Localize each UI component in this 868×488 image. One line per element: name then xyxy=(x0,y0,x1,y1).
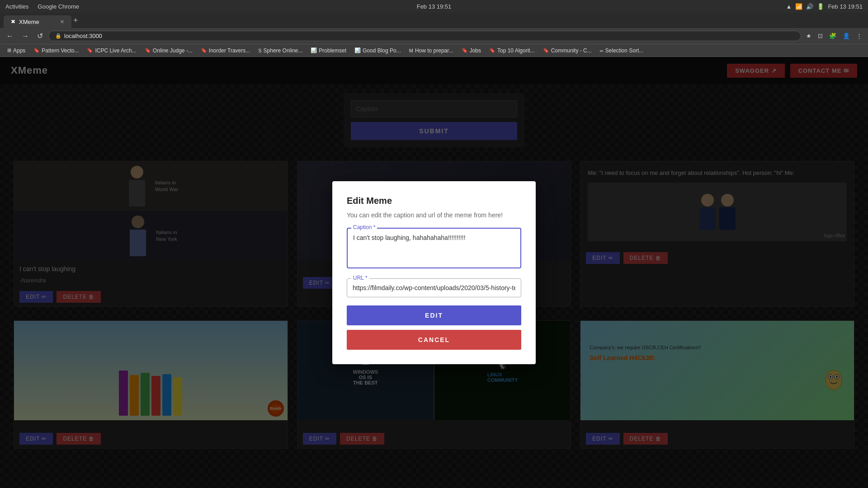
bookmark-6[interactable]: S Sphere Online... xyxy=(255,47,306,55)
url-bar[interactable]: 🔒 localhost:3000 xyxy=(48,31,801,41)
bookmark-13-label: Selection Sort... xyxy=(605,47,644,54)
bookmark-9[interactable]: M How to prepar... xyxy=(406,47,457,55)
bookmark-apps[interactable]: ⊞ Apps xyxy=(4,47,29,55)
menu-button[interactable]: ⋮ xyxy=(854,31,864,41)
bookmark-7-label: Problemset xyxy=(319,47,346,54)
bookmark-icon-9: M xyxy=(409,48,413,53)
battery-icon: 🔋 xyxy=(817,3,824,10)
bookmark-icon-6: S xyxy=(258,48,261,53)
bookmark-11[interactable]: 🔖 Top 10 Algorit... xyxy=(486,47,538,55)
edit-meme-modal: Edit Meme You can edit the caption and u… xyxy=(332,181,536,364)
sound-icon: 🔊 xyxy=(806,3,813,10)
nav-actions: ★ ⊡ 🧩 👤 ⋮ xyxy=(804,31,864,41)
bookmark-icon-3: 🔖 xyxy=(87,47,93,53)
network-icon: ▲ xyxy=(786,3,792,10)
bookmark-icon-4: 🔖 xyxy=(145,47,151,53)
new-tab-button[interactable]: + xyxy=(73,16,78,25)
bookmark-2-label: Pattern Vecto... xyxy=(42,47,79,54)
tab-title: XMeme xyxy=(19,19,39,25)
tab-bar: ✖ XMeme ✕ + xyxy=(0,13,868,28)
forward-button[interactable]: → xyxy=(19,31,32,41)
os-topbar: Activities Google Chrome Feb 13 19:51 ▲ … xyxy=(0,0,868,13)
modal-edit-button[interactable]: EDIT xyxy=(347,305,521,325)
bookmark-2[interactable]: 🔖 Pattern Vecto... xyxy=(30,47,82,55)
bookmark-icon-5: 🔖 xyxy=(201,47,207,53)
bookmark-4[interactable]: 🔖 Online Judge -... xyxy=(141,47,196,55)
bookmark-icon-12: 🔖 xyxy=(543,47,549,53)
back-button[interactable]: ← xyxy=(4,31,16,41)
bookmark-icon-13: ∞ xyxy=(600,48,604,53)
url-field-wrapper: URL * xyxy=(347,278,521,297)
bookmark-10-label: Jobs xyxy=(470,47,481,54)
bookmark-icon-10: 🔖 xyxy=(462,47,468,53)
bookmark-5[interactable]: 🔖 Inorder Travers... xyxy=(197,47,254,55)
bookmark-4-label: Online Judge -... xyxy=(153,47,193,54)
bookmark-icon-11: 🔖 xyxy=(489,47,495,53)
tab-favicon: ✖ xyxy=(11,19,15,25)
modal-overlay: Edit Meme You can edit the caption and u… xyxy=(0,57,868,488)
chrome-cast-button[interactable]: ⊡ xyxy=(816,31,825,41)
profile-button[interactable]: 👤 xyxy=(840,31,852,41)
activities-label[interactable]: Activities xyxy=(5,3,28,10)
bookmark-8-label: Good Blog Po... xyxy=(363,47,401,54)
browser-chrome: ✖ XMeme ✕ + ← → ↺ 🔒 localhost:3000 ★ ⊡ 🧩… xyxy=(0,13,868,57)
reload-button[interactable]: ↺ xyxy=(34,31,46,41)
clock: Feb 13 19:51 xyxy=(828,3,863,10)
caption-field-wrapper: Caption * I can't stop laughing, hahahah… xyxy=(347,228,521,270)
bookmark-11-label: Top 10 Algorit... xyxy=(497,47,535,54)
modal-subtitle: You can edit the caption and url of the … xyxy=(347,211,521,219)
caption-field-label: Caption * xyxy=(351,224,377,230)
bookmark-5-label: Inorder Travers... xyxy=(209,47,250,54)
apps-grid-icon: ⊞ xyxy=(7,47,11,53)
bookmark-icon-8: 📊 xyxy=(354,47,361,53)
bookmark-3-label: ICPC Live Arch... xyxy=(95,47,136,54)
bookmark-6-label: Sphere Online... xyxy=(264,47,303,54)
bookmark-9-label: How to prepar... xyxy=(415,47,453,54)
bookmark-12[interactable]: 🔖 Community - C... xyxy=(539,47,595,55)
bookmark-12-label: Community - C... xyxy=(551,47,592,54)
modal-caption-textarea[interactable]: I can't stop laughing, hahahahaha!!!!!!!… xyxy=(347,228,521,268)
extensions-button[interactable]: 🧩 xyxy=(827,31,839,41)
bookmark-7[interactable]: 📊 Problemset xyxy=(307,47,350,55)
bookmark-apps-label: Apps xyxy=(13,47,25,54)
url-field-label: URL * xyxy=(351,275,369,281)
nav-bar: ← → ↺ 🔒 localhost:3000 ★ ⊡ 🧩 👤 ⋮ xyxy=(0,28,868,44)
bookmarks-bar: ⊞ Apps 🔖 Pattern Vecto... 🔖 ICPC Live Ar… xyxy=(0,44,868,57)
bookmark-3[interactable]: 🔖 ICPC Live Arch... xyxy=(83,47,140,55)
modal-cancel-button[interactable]: CANCEL xyxy=(347,330,521,350)
tab-close-button[interactable]: ✕ xyxy=(60,19,64,25)
app-content: XMeme SWAGGER ↗ CONTACT ME ✉ SUBMIT xyxy=(0,57,868,488)
url-text: localhost:3000 xyxy=(64,33,102,39)
bookmark-13[interactable]: ∞ Selection Sort... xyxy=(596,47,647,55)
bookmark-icon-2: 🔖 xyxy=(33,47,40,53)
wifi-icon: 📶 xyxy=(795,3,802,10)
bookmark-8[interactable]: 📊 Good Blog Po... xyxy=(351,47,405,55)
bookmark-icon-7: 📊 xyxy=(311,47,317,53)
lock-icon: 🔒 xyxy=(55,33,61,39)
bookmark-star-button[interactable]: ★ xyxy=(804,31,814,41)
datetime: Feb 13 19:51 xyxy=(417,3,452,10)
active-tab[interactable]: ✖ XMeme ✕ xyxy=(4,15,71,28)
modal-title: Edit Meme xyxy=(347,196,521,206)
modal-url-input[interactable] xyxy=(347,278,521,297)
browser-label[interactable]: Google Chrome xyxy=(38,3,79,10)
bookmark-10[interactable]: 🔖 Jobs xyxy=(458,47,485,55)
